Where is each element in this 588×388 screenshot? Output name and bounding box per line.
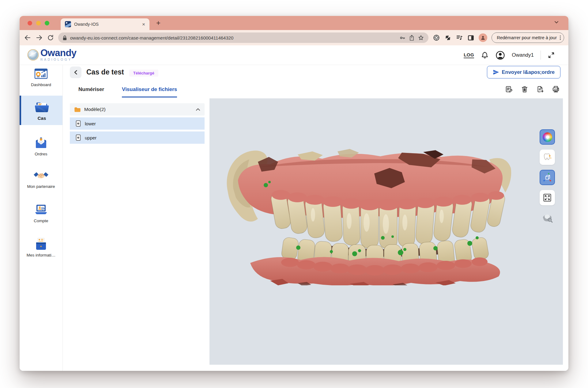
partner-handshake-icon <box>33 170 49 182</box>
cases-folder-icon <box>34 101 50 113</box>
tab-visualiseur-de-fichiers[interactable]: Visualiseur de fichiers <box>122 86 177 97</box>
status-badge: Téléchargé <box>129 70 158 77</box>
header-divider <box>541 51 541 60</box>
case-tabs: Numériser Visualiseur de fichiers <box>78 86 177 97</box>
fullscreen-expand-icon[interactable] <box>548 51 555 59</box>
share-icon[interactable] <box>409 35 415 41</box>
logo-title: Owandy <box>40 48 77 58</box>
maximize-window-button[interactable] <box>45 21 49 25</box>
export-file-icon[interactable] <box>536 85 544 93</box>
sidebar-item-label: Dashboard <box>20 82 62 87</box>
language-log-button[interactable]: LOG <box>464 52 474 58</box>
send-plane-icon <box>493 69 499 75</box>
chrome-update-label: Redémarrer pour mettre à jour <box>497 35 557 40</box>
dental-3d-model[interactable] <box>221 146 514 285</box>
notifications-bell-icon[interactable] <box>481 51 489 59</box>
sidebar-item-ordres[interactable]: Ordres <box>20 136 62 156</box>
file-name: lower <box>85 121 96 126</box>
send-order-label: Envoyer l&apos;ordre <box>502 69 555 75</box>
case-action-icons <box>505 85 560 93</box>
tab-search-chevron-icon[interactable] <box>554 21 559 24</box>
sidebar-item-label: Compte <box>20 219 62 223</box>
dashboard-icon <box>34 68 48 80</box>
puzzle-icon[interactable] <box>444 34 451 41</box>
file-row-upper[interactable]: upper <box>70 131 205 144</box>
model-file-icon <box>75 134 81 141</box>
reading-list-icon[interactable] <box>456 34 463 41</box>
color-texture-toggle-button[interactable] <box>540 129 555 145</box>
sidebar-item-label: Ordres <box>20 152 62 156</box>
orders-mail-icon <box>34 136 48 150</box>
chrome-menu-icon[interactable] <box>560 36 561 40</box>
edit-note-icon[interactable] <box>505 85 513 93</box>
send-order-button[interactable]: Envoyer l&apos;ordre <box>487 66 560 78</box>
owandy-app: Owandy RADIOLOGY LOG Owandy1 <box>20 45 568 371</box>
main-content: Cas de test Téléchargé Envoyer l&apos;or… <box>63 65 568 371</box>
key-icon[interactable] <box>399 35 406 41</box>
chrome-update-button[interactable]: Redémarrer pour mettre à jour <box>492 32 564 43</box>
minimize-window-button[interactable] <box>36 21 41 25</box>
url-text[interactable]: owandy-eu.ios-connect.com/case-managemen… <box>70 35 396 40</box>
file-row-lower[interactable]: lower <box>70 117 205 130</box>
delete-icon[interactable] <box>521 85 529 93</box>
sidebar-nav: Dashboard Cas <box>20 65 63 371</box>
sidebar-item-cas[interactable]: Cas <box>20 96 62 125</box>
sidebar-item-dashboard[interactable]: Dashboard <box>20 68 62 87</box>
profile-avatar-icon[interactable] <box>479 33 487 42</box>
close-window-button[interactable] <box>28 21 32 25</box>
folder-label: Modèle(2) <box>84 107 192 112</box>
cube-axes-icon <box>542 172 552 183</box>
user-avatar-icon[interactable] <box>496 51 505 60</box>
file-tree-panel: Modèle(2) lower upper <box>70 103 205 144</box>
back-icon[interactable] <box>24 34 31 41</box>
my-info-box-icon <box>34 237 48 251</box>
folder-icon <box>74 107 81 112</box>
sidebar-item-label: Mes informati… <box>20 253 62 257</box>
tab-close-icon[interactable]: × <box>142 22 145 27</box>
jaw-magnifier-icon <box>541 213 553 223</box>
case-title: Cas de test <box>86 68 124 76</box>
tab-numeriser[interactable]: Numériser <box>78 86 104 97</box>
orientation-cube-button[interactable] <box>540 170 555 185</box>
folder-header[interactable]: Modèle(2) <box>70 103 205 116</box>
reload-icon[interactable] <box>47 34 54 41</box>
back-button[interactable] <box>70 67 81 78</box>
browser-window: Owandy-IOS × + owandy-eu.ios-connect.com… <box>20 16 568 371</box>
tab-title: Owandy-IOS <box>74 22 139 27</box>
new-tab-button[interactable]: + <box>156 20 160 26</box>
app-header: Owandy RADIOLOGY LOG Owandy1 <box>20 45 568 65</box>
sidebar-item-compte[interactable]: Compte <box>20 204 62 223</box>
star-icon[interactable] <box>418 35 424 41</box>
username-label[interactable]: Owandy1 <box>512 52 534 58</box>
owandy-logo[interactable]: Owandy RADIOLOGY <box>26 48 77 62</box>
tab-favicon-icon <box>65 21 71 27</box>
browser-toolbar: owandy-eu.ios-connect.com/case-managemen… <box>20 30 568 45</box>
occlusion-tool-button[interactable] <box>540 210 555 226</box>
sidebar-item-label: Mon partenaire <box>20 184 62 189</box>
sidebar-item-mon-partenaire[interactable]: Mon partenaire <box>20 170 62 189</box>
tooth-sparkle-icon <box>542 152 552 162</box>
traffic-lights <box>28 21 49 25</box>
fit-to-screen-button[interactable] <box>540 190 555 205</box>
logo-subtitle: RADIOLOGY <box>40 58 77 61</box>
forward-icon[interactable] <box>36 34 43 41</box>
side-panel-icon[interactable] <box>467 34 474 41</box>
logo-sphere-icon <box>26 48 40 62</box>
sidebar-item-label: Cas <box>21 116 62 121</box>
browser-tab[interactable]: Owandy-IOS × <box>61 18 149 30</box>
model-viewport[interactable] <box>209 98 563 365</box>
browser-tab-strip: Owandy-IOS × + <box>20 16 568 30</box>
sidebar-item-mes-informations[interactable]: Mes informati… <box>20 237 62 257</box>
model-file-icon <box>75 120 81 127</box>
address-bar[interactable]: owandy-eu.ios-connect.com/case-managemen… <box>58 32 428 43</box>
collapse-chevron-up-icon[interactable] <box>196 108 200 111</box>
account-laptop-icon <box>34 204 48 216</box>
padlock-icon <box>62 35 67 40</box>
print-icon[interactable] <box>552 85 560 93</box>
tooth-enhance-button[interactable] <box>540 150 555 165</box>
viewer-toolbar <box>540 129 555 226</box>
extension-badge-icon[interactable] <box>433 34 440 41</box>
file-name: upper <box>85 135 96 140</box>
color-wheel-icon <box>543 132 552 142</box>
expand-arrows-icon <box>543 193 552 202</box>
